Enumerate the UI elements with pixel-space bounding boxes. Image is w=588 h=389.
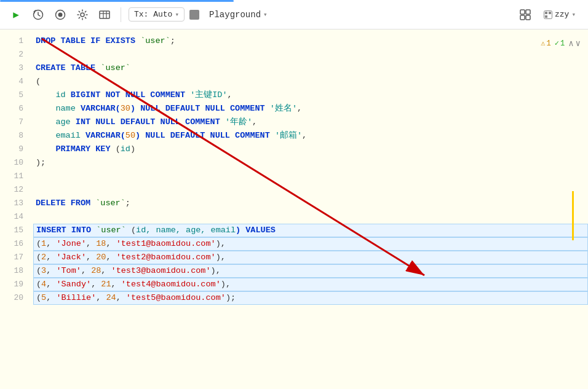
code-token: ) NULL DEFAULT NULL COMMENT: [130, 102, 270, 116]
code-token: ,: [46, 278, 56, 291]
code-token: (: [36, 75, 41, 88]
code-token: '主键ID': [190, 88, 227, 102]
line-number: 9: [0, 143, 31, 156]
code-token: (: [36, 291, 41, 305]
windows-icon[interactable]: [517, 6, 534, 23]
code-token: ): [130, 143, 135, 156]
nav-arrows[interactable]: ∧ ∨: [568, 38, 581, 49]
code-token: ,: [252, 116, 257, 129]
tx-chevron: ▾: [175, 10, 179, 18]
code-line: id BIGINT NOT NULL COMMENT '主键ID',: [36, 88, 588, 102]
ok-icon: ✓: [555, 39, 559, 48]
run-button[interactable]: ▶: [7, 6, 25, 23]
code-line: [36, 48, 588, 61]
code-token: (: [126, 224, 136, 237]
editor-badges: ⚠ 1 ✓ 1 ∧ ∨: [541, 38, 581, 49]
code-token: ,: [46, 251, 56, 264]
code-line: );: [36, 156, 588, 170]
code-token: ,: [91, 278, 101, 291]
code-line: [36, 170, 588, 183]
code-token: 'test3@baomidou.com': [111, 264, 211, 278]
code-token: ;: [125, 197, 130, 210]
code-token: 21: [101, 278, 111, 291]
code-token: 3: [41, 264, 46, 278]
code-line: CREATE TABLE `user`: [36, 61, 588, 75]
ok-count: 1: [560, 39, 565, 48]
svg-rect-13: [545, 12, 547, 14]
code-token: 'Tom': [56, 264, 81, 278]
code-token: `user`: [95, 197, 125, 210]
code-token: 'Jack': [56, 251, 86, 264]
code-token: [36, 102, 55, 116]
code-token: email: [55, 129, 81, 143]
line-number: 17: [0, 251, 31, 264]
code-token: ),: [221, 278, 231, 291]
code-token: 'test2@baomidou.com': [116, 251, 216, 264]
code-token: name: [55, 102, 75, 116]
code-token: ,: [297, 102, 302, 116]
line-number: 3: [0, 61, 31, 75]
user-dropdown[interactable]: zzy ▾: [539, 8, 581, 21]
toolbar-right: zzy ▾: [517, 6, 581, 23]
toolbar: ▶ Tx: Auto ▾ Playgrou: [0, 0, 588, 29]
stop-button[interactable]: [189, 10, 199, 20]
code-line: [36, 183, 588, 197]
code-token: );: [36, 156, 46, 170]
svg-rect-14: [549, 12, 551, 14]
line-number: 18: [0, 264, 31, 278]
playground-dropdown[interactable]: Playground ▾: [204, 8, 272, 22]
code-token: ,: [101, 264, 111, 278]
up-arrow[interactable]: ∧: [568, 38, 573, 49]
code-token: 18: [96, 237, 106, 251]
code-line: DELETE FROM `user`;: [36, 197, 588, 210]
code-token: [36, 143, 55, 156]
code-token: ),: [211, 264, 221, 278]
svg-rect-9: [526, 10, 530, 14]
code-token: 50: [125, 129, 135, 143]
down-arrow[interactable]: ∨: [576, 38, 581, 49]
code-token: (: [111, 143, 121, 156]
line-number: 2: [0, 48, 31, 61]
code-token: (: [36, 251, 41, 264]
warning-badge: ⚠ 1: [541, 39, 550, 48]
user-label: zzy: [555, 10, 569, 19]
code-area[interactable]: DROP TABLE IF EXISTS `user`;CREATE TABLE…: [31, 29, 588, 389]
svg-rect-11: [526, 15, 530, 20]
line-number: 1: [0, 34, 31, 48]
code-token: 30: [121, 102, 130, 116]
code-token: ,: [86, 237, 96, 251]
table-button[interactable]: [96, 6, 113, 23]
line-number: 7: [0, 116, 31, 129]
settings-button[interactable]: [74, 6, 91, 23]
code-token: BIGINT NOT NULL COMMENT: [66, 88, 191, 102]
line-numbers: 1234567891011121314151617181920: [0, 29, 31, 389]
margin-indicator: [572, 191, 582, 240]
code-line: (4, 'Sandy', 21, 'test4@baomidou.com'),: [33, 278, 588, 291]
code-token: ,: [106, 237, 116, 251]
code-token: 4: [41, 278, 46, 291]
history-button[interactable]: [30, 6, 47, 23]
record-button[interactable]: [52, 6, 69, 23]
tx-label: Tx: Auto: [134, 10, 172, 19]
svg-point-3: [81, 13, 84, 17]
code-token: ;: [170, 34, 175, 48]
code-token: INT NULL DEFAULT NULL COMMENT: [71, 116, 225, 129]
code-token: ,: [46, 291, 56, 305]
code-token: ),: [216, 237, 226, 251]
code-token: id, name, age, email: [136, 224, 236, 237]
code-token: 1: [41, 237, 46, 251]
line-number: 12: [0, 183, 31, 197]
code-token: (: [36, 278, 41, 291]
tx-dropdown[interactable]: Tx: Auto ▾: [129, 7, 185, 22]
code-token: '年龄': [225, 116, 252, 129]
code-token: PRIMARY KEY: [55, 143, 110, 156]
code-line: (1, 'Jone', 18, 'test1@baomidou.com'),: [33, 237, 588, 251]
code-token: 'Sandy': [56, 278, 91, 291]
line-number: 16: [0, 237, 31, 251]
code-token: ,: [46, 237, 56, 251]
code-token: 'Jone': [56, 237, 86, 251]
code-token: [36, 116, 55, 129]
line-number: 19: [0, 278, 31, 291]
playground-label: Playground: [209, 10, 261, 20]
code-token: 'test1@baomidou.com': [116, 237, 216, 251]
